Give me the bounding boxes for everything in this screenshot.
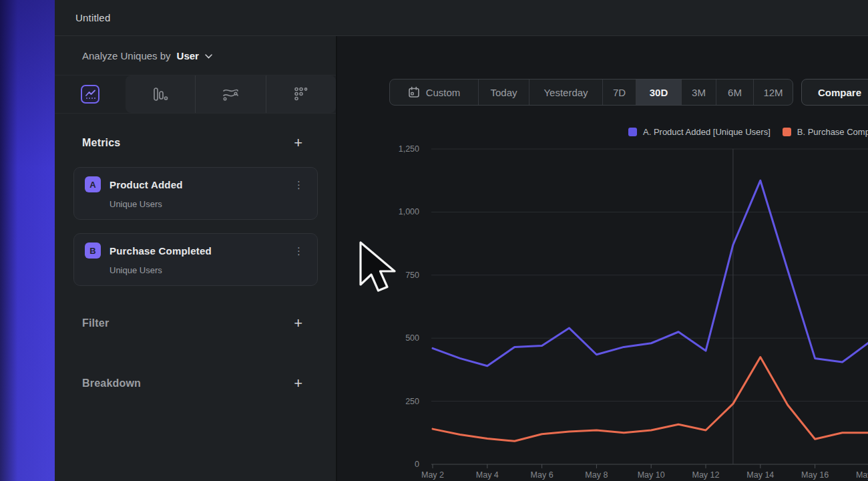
analyze-by-value-dropdown[interactable]: User (177, 50, 199, 61)
breakdown-title: Breakdown (82, 377, 141, 389)
range-label: Custom (426, 87, 461, 98)
metric-title: Purchase Completed (110, 245, 212, 257)
range-today-button[interactable]: Today (479, 79, 529, 105)
legend-label: B. Purchase Completed [Unique Users] (797, 127, 868, 137)
tab-line-chart[interactable] (55, 75, 126, 113)
mouse-cursor (358, 240, 398, 299)
chart-type-tab-panel (126, 75, 336, 113)
breakdown-section-header: Breakdown + (55, 369, 336, 398)
legend-item-purchase-completed[interactable]: B. Purchase Completed [Unique Users] (783, 127, 868, 137)
analyze-by-label: Analyze Uniques by (82, 50, 171, 61)
add-filter-button[interactable]: + (290, 315, 306, 332)
add-metric-button[interactable]: + (290, 134, 306, 152)
range-3m-button[interactable]: 3M (682, 79, 716, 105)
range-30d-button[interactable]: 30D (636, 79, 682, 105)
flow-chart-icon (222, 88, 239, 101)
metric-title: Product Added (110, 179, 183, 190)
line-chart-icon (81, 85, 99, 104)
metric-subtitle: Unique Users (110, 199, 306, 209)
chart-type-tab-strip (55, 75, 336, 114)
tab-grid-matrix[interactable] (266, 75, 336, 113)
range-custom-button[interactable]: Custom (390, 79, 479, 105)
metric-card-purchase-completed[interactable]: B Purchase Completed ⋮ Unique Users (73, 233, 318, 286)
report-title: Untitled (75, 12, 110, 23)
kebab-menu-icon[interactable]: ⋮ (291, 178, 306, 191)
range-12m-button[interactable]: 12M (754, 79, 793, 105)
kebab-menu-icon[interactable]: ⋮ (291, 245, 306, 257)
legend-swatch-orange (783, 128, 791, 136)
tab-flow-chart[interactable] (196, 75, 266, 113)
analyze-by-row: Analyze Uniques by User (55, 36, 336, 75)
sidebar: Analyze Uniques by User (55, 36, 337, 481)
legend-label: A. Product Added [Unique Users] (643, 127, 771, 137)
legend-swatch-purple (628, 128, 637, 136)
metric-card-product-added[interactable]: A Product Added ⋮ Unique Users (73, 167, 318, 220)
tab-bar-chart[interactable] (126, 75, 196, 113)
filter-section-header: Filter + (55, 309, 336, 338)
metric-subtitle: Unique Users (110, 265, 306, 275)
app-window: Untitled Analyze Uniques by User (55, 0, 868, 481)
range-yesterday-button[interactable]: Yesterday (529, 79, 603, 105)
range-6m-button[interactable]: 6M (716, 79, 754, 105)
filter-title: Filter (82, 317, 109, 329)
app-header: Untitled (55, 0, 868, 36)
range-7d-button[interactable]: 7D (603, 79, 636, 105)
bar-chart-icon (152, 87, 168, 102)
left-gradient-strip (0, 0, 55, 481)
calendar-icon (408, 86, 420, 98)
legend-item-product-added[interactable]: A. Product Added [Unique Users] (628, 127, 771, 137)
metrics-section-header: Metrics + (55, 128, 336, 158)
chevron-down-icon[interactable] (205, 54, 212, 59)
metrics-title: Metrics (82, 137, 120, 149)
add-breakdown-button[interactable]: + (290, 375, 306, 392)
metric-badge-b: B (85, 243, 101, 259)
chart-legend: A. Product Added [Unique Users] B. Purch… (628, 127, 868, 137)
compare-button[interactable]: Compare (801, 79, 868, 106)
date-range-selector: Custom Today Yesterday 7D 30D 3M 6M 12M (389, 79, 793, 106)
metric-badge-a: A (85, 176, 101, 192)
grid-matrix-icon (294, 87, 308, 102)
